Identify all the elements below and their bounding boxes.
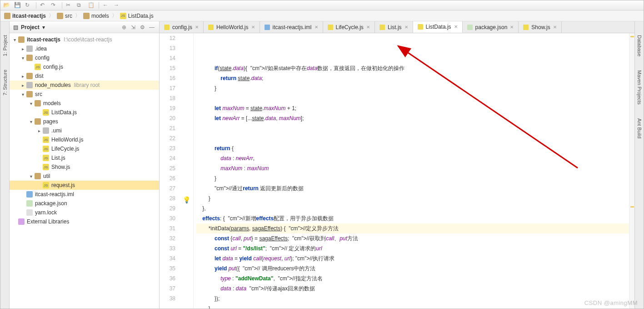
cut-icon[interactable]: ✂ — [66, 2, 73, 9]
code-line[interactable] — [196, 93, 629, 103]
tab-helloworld-js[interactable]: HelloWorld.js ✕ — [204, 21, 260, 33]
code-line[interactable]: maxNum : maxNum — [196, 163, 629, 173]
close-tab-icon[interactable]: ✕ — [454, 24, 458, 29]
error-stripe[interactable] — [629, 33, 634, 309]
tab-itcast-reactjs-iml[interactable]: itcast-reactjs.iml ✕ — [260, 21, 323, 33]
database-tool-tab[interactable]: Database — [637, 35, 642, 56]
collapse-arrow-icon[interactable]: ▾ — [12, 37, 17, 42]
close-tab-icon[interactable]: ✕ — [510, 25, 514, 30]
code-line[interactable]: data : data "cm">//传递ajax回来的数据 — [196, 284, 629, 294]
tree-row[interactable]: ▸ HelloWorld.js — [10, 135, 159, 144]
tree-row[interactable]: ▸ dist — [10, 71, 159, 81]
tree-row[interactable]: ▸ List.js — [10, 153, 159, 162]
paste-icon[interactable]: 📋 — [88, 2, 95, 9]
tree-arrow-icon[interactable]: ▸ — [20, 74, 25, 79]
code-line[interactable]: *initData(params, sagaEffects) { "cm">//… — [196, 223, 629, 233]
code-line[interactable]: let maxNum = state.maxNum + 1; — [196, 103, 629, 113]
tab-listdata-js[interactable]: ListData.js ✕ — [413, 21, 463, 33]
code-line[interactable]: data : newArr, — [196, 153, 629, 163]
target-icon[interactable]: ⊕ — [122, 24, 128, 30]
maven-tool-tab[interactable]: Maven Projects — [637, 70, 642, 105]
tree-row[interactable]: ▸ .umi — [10, 126, 159, 135]
close-tab-icon[interactable]: ✕ — [404, 25, 408, 30]
close-tab-icon[interactable]: ✕ — [315, 25, 318, 30]
refresh-icon[interactable]: ↻ — [25, 2, 32, 9]
code-line[interactable]: let data = yield call(request, url); "cm… — [196, 253, 629, 263]
code-line[interactable]: }); — [196, 294, 629, 304]
close-tab-icon[interactable]: ✕ — [251, 25, 255, 30]
tree-root[interactable]: ▾ itcast-reactjs I:\code\itcast-reactjs — [10, 35, 159, 44]
tree-row[interactable]: ▸ node_modules library root — [10, 81, 159, 90]
tree-arrow-icon[interactable]: ▸ — [37, 128, 41, 133]
intention-bulb-icon[interactable]: 💡 — [183, 195, 190, 205]
tree-row[interactable]: ▸ yarn.lock — [10, 208, 159, 217]
tree-row[interactable]: ▸ itcast-reactjs.iml — [10, 190, 159, 199]
tree-row[interactable]: ▸ .idea — [10, 44, 159, 53]
forward-icon[interactable]: → — [114, 2, 121, 9]
tree-row[interactable]: ▸ ListData.js — [10, 108, 159, 117]
close-tab-icon[interactable]: ✕ — [553, 25, 557, 30]
tree-row[interactable]: ▾ src — [10, 90, 159, 99]
breadcrumb-folder[interactable]: models — [82, 13, 110, 19]
tree-arrow-icon[interactable]: ▾ — [20, 56, 25, 61]
hide-icon[interactable]: — — [149, 24, 155, 30]
tree-row[interactable]: ▸ LifeCycle.js — [10, 144, 159, 153]
code-line[interactable]: yield put({ "cm">// 调用reducers中的方法 — [196, 263, 629, 274]
breadcrumb-project[interactable]: itcast-reactjs — [3, 13, 47, 19]
tree-arrow-icon[interactable]: ▾ — [29, 119, 33, 124]
project-tree[interactable]: ▾ itcast-reactjs I:\code\itcast-reactjs▸… — [10, 33, 159, 309]
code-editor[interactable]: 1213141516171819202122232425262728293031… — [160, 33, 634, 309]
tree-row[interactable]: ▾ config — [10, 53, 159, 62]
tree-arrow-icon[interactable]: ▸ — [20, 83, 25, 88]
gear-icon[interactable]: ⚙ — [140, 24, 146, 30]
breadcrumb-file[interactable]: ListData.js — [119, 13, 155, 19]
redo-icon[interactable]: ↷ — [51, 2, 58, 9]
tree-row[interactable]: ▸ package.json — [10, 199, 159, 208]
tab-package-json[interactable]: package.json ✕ — [463, 21, 519, 33]
code-line[interactable]: }, — [196, 203, 629, 213]
tree-arrow-icon[interactable]: ▸ — [20, 46, 25, 51]
code-line[interactable]: return { — [196, 143, 629, 153]
code-line[interactable]: } — [196, 193, 629, 203]
code-line[interactable]: const url = "/ds/list"; "cm">// 定义请求的url — [196, 243, 629, 253]
code-area[interactable]: if(state.data){ "cm">//如果state中存在data数据，… — [194, 33, 629, 309]
code-line[interactable]: effects: { "cm">//新增effects配置，用于异步加载数据 — [196, 213, 629, 223]
open-icon[interactable]: 📂 — [3, 2, 10, 9]
project-tool-tab[interactable]: 1: Project — [2, 35, 8, 56]
tab-config-js[interactable]: config.js ✕ — [160, 21, 204, 33]
undo-icon[interactable]: ↶ — [40, 2, 47, 9]
tree-row[interactable]: ▾ pages — [10, 117, 159, 126]
code-line[interactable]: let newArr = [...state.data, maxNum]; — [196, 113, 629, 123]
tree-row[interactable]: ▸ request.js — [10, 181, 159, 190]
code-line[interactable]: type : "addNewData", "cm">//指定方法名 — [196, 274, 629, 284]
code-line[interactable]: const {call, put} = sagaEffects; "cm">//… — [196, 233, 629, 243]
tree-arrow-icon[interactable]: ▾ — [29, 101, 33, 106]
tree-row[interactable]: ▸ config.js — [10, 62, 159, 71]
tab-list-js[interactable]: List.js ✕ — [375, 21, 413, 33]
copy-icon[interactable]: ⧉ — [77, 2, 84, 9]
tab-show-js[interactable]: Show.js ✕ — [519, 21, 561, 33]
code-line[interactable] — [196, 123, 629, 133]
code-line[interactable]: } — [196, 304, 629, 309]
structure-tool-tab[interactable]: 7: Structure — [2, 70, 8, 96]
code-line[interactable]: if(state.data){ "cm">//如果state中存在data数据，… — [196, 63, 629, 73]
tab-lifecycle-js[interactable]: LifeCycle.js ✕ — [323, 21, 375, 33]
tree-row[interactable]: ▸ Show.js — [10, 162, 159, 172]
code-line[interactable]: "cm">//通过return 返回更新后的数据 — [196, 183, 629, 193]
code-line[interactable]: } — [196, 83, 629, 93]
tree-row[interactable]: ▾ util — [10, 172, 159, 181]
back-icon[interactable]: ← — [103, 2, 110, 9]
code-line[interactable] — [196, 133, 629, 143]
save-icon[interactable]: 💾 — [14, 2, 21, 9]
ant-tool-tab[interactable]: Ant Build — [637, 118, 642, 138]
tree-arrow-icon[interactable]: ▾ — [20, 92, 25, 97]
tree-arrow-icon[interactable]: ▾ — [29, 174, 33, 179]
tree-row[interactable]: ▾ models — [10, 99, 159, 108]
breadcrumb-folder[interactable]: src — [56, 13, 73, 19]
close-tab-icon[interactable]: ✕ — [195, 25, 199, 30]
dropdown-icon[interactable]: ▾ — [42, 24, 45, 30]
external-libraries[interactable]: ▸External Libraries — [10, 217, 159, 226]
code-line[interactable]: return state.data; — [196, 73, 629, 83]
close-tab-icon[interactable]: ✕ — [366, 25, 370, 30]
collapse-icon[interactable]: ⇲ — [131, 24, 137, 30]
